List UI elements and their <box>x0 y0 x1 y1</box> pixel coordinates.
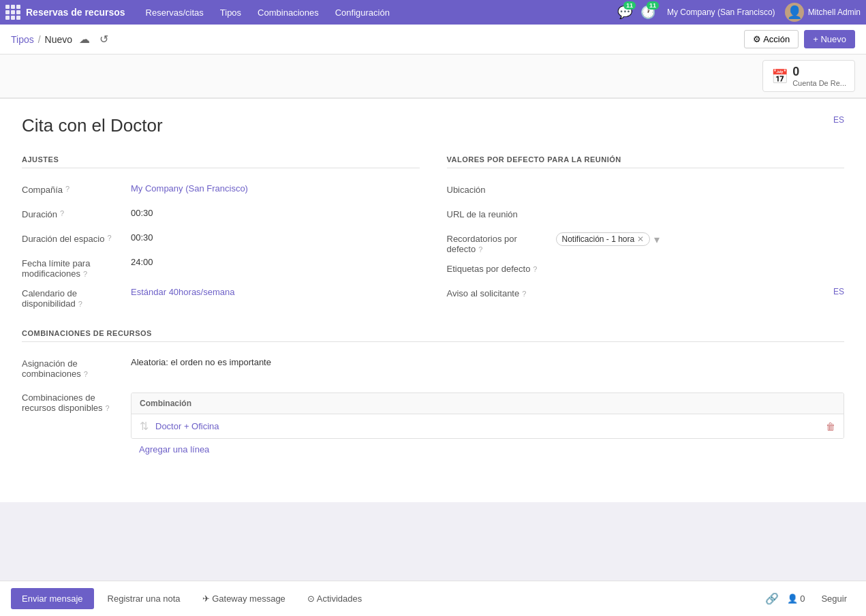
smart-button-calendar[interactable]: 📅 0 Cuenta De Re... <box>762 60 855 92</box>
combinaciones-table-container: Combinación ⇅ Doctor + Oficina 🗑 Agregar… <box>131 387 844 460</box>
bottom-right: 🔗 👤 0 Seguir <box>765 588 855 609</box>
register-note-button[interactable]: Registrar una nota <box>99 588 189 609</box>
add-line-button[interactable]: Agregar una línea <box>131 439 217 460</box>
help-combinaciones-disponibles[interactable]: ? <box>106 404 110 412</box>
nav-item-configuracion[interactable]: Configuración <box>328 5 397 20</box>
field-calendario: Calendario de disponibilidad ? Estándar … <box>22 283 420 313</box>
table-row: ⇅ Doctor + Oficina 🗑 <box>132 414 844 438</box>
nav-item-reservas[interactable]: Reservas/citas <box>139 5 211 20</box>
breadcrumb-bar: Tipos / Nuevo ☁ ↺ ⚙ Acción + Nuevo <box>0 25 866 55</box>
reminder-tag-label: Notificación - 1 hora <box>562 234 635 244</box>
field-value-fecha-limite[interactable]: 24:00 <box>131 257 153 267</box>
help-aviso[interactable]: ? <box>522 290 526 298</box>
field-fecha-limite: Fecha límite para modificaciones ? 24:00 <box>22 253 420 283</box>
help-etiquetas[interactable]: ? <box>533 265 537 273</box>
reminder-tag-remove[interactable]: ✕ <box>637 234 644 244</box>
calendar-label: Cuenta De Re... <box>792 79 846 87</box>
messages-badge: 11 <box>623 1 636 10</box>
breadcrumb-parent[interactable]: Tipos <box>11 34 34 45</box>
field-value-duracion[interactable]: 00:30 <box>131 208 153 218</box>
ajustes-section: AJUSTES Compañía ? My Company (San Franc… <box>22 155 420 313</box>
field-label-duracion-espacio: Duración del espacio ? <box>22 232 131 244</box>
activities-button-bottom[interactable]: ⊙ Actividades <box>299 588 370 609</box>
lang-badge[interactable]: ES <box>833 115 844 125</box>
field-label-fecha-limite: Fecha límite para modificaciones ? <box>22 257 131 279</box>
attachment-icon[interactable]: 🔗 <box>765 592 779 605</box>
smart-buttons-bar: 📅 0 Cuenta De Re... <box>0 55 866 98</box>
drag-handle-icon[interactable]: ⇅ <box>140 420 149 433</box>
messages-button[interactable]: 💬 11 <box>615 3 634 22</box>
top-navigation: Reservas de recursos Reservas/citas Tipo… <box>0 0 866 25</box>
user-name[interactable]: Mitchell Admin <box>808 7 861 17</box>
valores-section: VALORES POR DEFECTO PARA LA REUNIÓN Ubic… <box>447 155 845 313</box>
new-button[interactable]: + Nuevo <box>804 30 855 48</box>
field-label-ubicacion: Ubicación <box>447 183 556 195</box>
breadcrumb-sep: / <box>38 34 41 45</box>
field-duracion: Duración ? 00:30 <box>22 204 420 228</box>
field-value-asignacion[interactable]: Aleatoria: el orden no es importante <box>131 357 271 367</box>
field-asignacion: Asignación de combinaciones ? Aleatoria:… <box>22 353 844 383</box>
action-button[interactable]: ⚙ Acción <box>744 30 799 48</box>
follow-button[interactable]: Seguir <box>813 588 855 609</box>
combinaciones-header: COMBINACIONES DE RECURSOS <box>22 329 844 342</box>
combinaciones-section: COMBINACIONES DE RECURSOS Asignación de … <box>22 329 844 464</box>
field-label-etiquetas: Etiquetas por defecto ? <box>447 262 556 274</box>
activities-button[interactable]: 🕐 11 <box>638 3 658 22</box>
user-avatar[interactable]: 👤 <box>785 3 804 22</box>
breadcrumb-actions: ⚙ Acción + Nuevo <box>744 30 855 48</box>
field-value-duracion-espacio[interactable]: 00:30 <box>131 232 153 243</box>
field-label-compania: Compañía ? <box>22 183 131 195</box>
nav-item-combinaciones[interactable]: Combinaciones <box>251 5 326 20</box>
field-label-recordatorios: Recordatorios por defecto ? <box>447 232 556 254</box>
help-calendario[interactable]: ? <box>78 300 82 308</box>
help-asignacion[interactable]: ? <box>84 370 88 378</box>
form-title[interactable]: Cita con el Doctor <box>22 115 163 136</box>
field-label-asignacion: Asignación de combinaciones ? <box>22 357 131 379</box>
help-duracion-espacio[interactable]: ? <box>107 234 111 242</box>
field-url-reunion: URL de la reunión <box>447 204 845 228</box>
save-manually-button[interactable]: ☁ <box>76 30 93 48</box>
combo-row-name[interactable]: Doctor + Oficina <box>155 421 826 431</box>
help-duracion[interactable]: ? <box>60 209 64 217</box>
field-value-recordatorios: Notificación - 1 hora ✕ ▾ <box>556 232 660 246</box>
field-aviso: Aviso al solicitante ? ES <box>447 283 845 307</box>
app-name[interactable]: Reservas de recursos <box>26 7 125 18</box>
main-content: Cita con el Doctor ES AJUSTES Compañía ?… <box>0 98 866 616</box>
recordatorios-dropdown-arrow[interactable]: ▾ <box>654 233 660 246</box>
field-recordatorios: Recordatorios por defecto ? Notificación… <box>447 228 845 258</box>
field-value-calendario[interactable]: Estándar 40horas/semana <box>131 287 234 297</box>
discard-button[interactable]: ↺ <box>97 30 111 48</box>
field-ubicacion: Ubicación <box>447 179 845 204</box>
combo-col-combinacion: Combinación <box>140 399 191 408</box>
activities-badge: 11 <box>647 1 659 10</box>
gateway-message-button[interactable]: ✈ Gateway message <box>194 588 294 609</box>
breadcrumb: Tipos / Nuevo ☁ ↺ <box>11 30 111 48</box>
valores-header: VALORES POR DEFECTO PARA LA REUNIÓN <box>447 155 845 168</box>
field-label-calendario: Calendario de disponibilidad ? <box>22 287 131 309</box>
bottom-bar: Enviar mensaje Registrar una nota ✈ Gate… <box>0 581 866 616</box>
field-value-aviso: ES <box>556 287 845 296</box>
ajustes-header: AJUSTES <box>22 155 420 168</box>
field-label-aviso: Aviso al solicitante ? <box>447 287 556 298</box>
send-message-button[interactable]: Enviar mensaje <box>11 588 94 609</box>
combo-table-header: Combinación <box>132 393 844 414</box>
field-label-combinaciones-disponibles: Combinaciones de recursos disponibles ? <box>22 387 131 413</box>
aviso-lang-badge[interactable]: ES <box>833 287 844 296</box>
field-combinaciones-disponibles: Combinaciones de recursos disponibles ? … <box>22 383 844 464</box>
field-label-duracion: Duración ? <box>22 208 131 219</box>
app-grid-icon[interactable] <box>5 5 20 20</box>
help-fecha-limite[interactable]: ? <box>83 270 87 278</box>
field-label-url-reunion: URL de la reunión <box>447 208 556 219</box>
help-recordatorios[interactable]: ? <box>478 245 482 253</box>
field-value-compania[interactable]: My Company (San Francisco) <box>131 183 248 194</box>
company-name: My Company (San Francisco) <box>667 7 775 17</box>
followers-icon: 👤 <box>787 594 798 604</box>
field-duracion-espacio: Duración del espacio ? 00:30 <box>22 228 420 253</box>
two-column-layout: AJUSTES Compañía ? My Company (San Franc… <box>22 155 844 313</box>
nav-item-tipos[interactable]: Tipos <box>213 5 248 20</box>
delete-row-button[interactable]: 🗑 <box>826 421 835 432</box>
reminder-tag: Notificación - 1 hora ✕ <box>556 232 651 246</box>
calendar-count: 0 <box>792 65 846 79</box>
help-compania[interactable]: ? <box>65 185 69 193</box>
form-title-row: Cita con el Doctor ES <box>22 115 844 139</box>
